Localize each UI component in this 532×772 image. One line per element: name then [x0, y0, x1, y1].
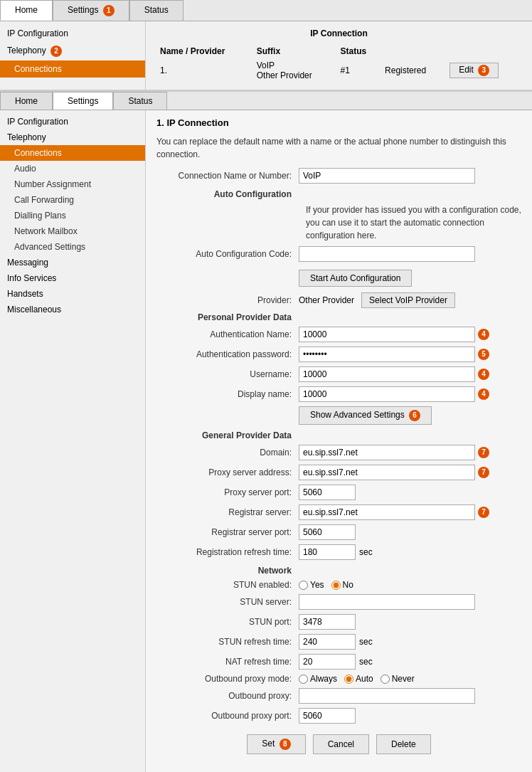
- stun-refresh-label: STUN refresh time:: [156, 637, 299, 647]
- outbound-auto-label[interactable]: Auto: [344, 674, 373, 684]
- tab-settings-top[interactable]: Settings 1: [53, 0, 129, 21]
- reg-refresh-input[interactable]: [299, 544, 356, 560]
- auth-password-label: Authentication password:: [156, 349, 299, 359]
- stun-yes-radio[interactable]: [299, 581, 308, 590]
- auth-name-input[interactable]: [299, 327, 475, 342]
- outbound-never-radio[interactable]: [381, 675, 390, 684]
- outbound-mode-radio-group: Always Auto Never: [299, 674, 415, 684]
- sidebar-item-advanced-settings[interactable]: Advanced Settings: [0, 239, 145, 255]
- auto-config-code-input[interactable]: [299, 246, 475, 262]
- auto-config-header: Auto Configuration: [156, 189, 299, 199]
- auth-password-input[interactable]: [299, 347, 475, 362]
- proxy-server-input[interactable]: [299, 465, 475, 480]
- domain-label: Domain:: [156, 448, 299, 458]
- registrar-label: Registrar server:: [156, 507, 299, 517]
- stun-port-input[interactable]: [299, 614, 356, 630]
- sidebar-handsets[interactable]: Handsets: [0, 286, 145, 302]
- outbound-port-input[interactable]: [299, 708, 356, 724]
- provider-label: Provider:: [156, 295, 299, 305]
- outbound-port-label: Outbound proxy port:: [156, 711, 299, 721]
- tab-home-top[interactable]: Home: [0, 0, 53, 21]
- sidebar-item-dialling-plans[interactable]: Dialling Plans: [0, 208, 145, 223]
- display-name-badge: 4: [478, 388, 489, 400]
- sidebar-item-number-assignment[interactable]: Number Assignment: [0, 176, 145, 192]
- display-name-label: Display name:: [156, 389, 299, 399]
- nat-refresh-unit: sec: [359, 657, 373, 667]
- select-provider-button[interactable]: Select VoIP Provider: [361, 292, 455, 308]
- provider-value: Other Provider: [299, 295, 354, 305]
- outbound-always-label[interactable]: Always: [299, 674, 337, 684]
- registrar-input[interactable]: [299, 504, 475, 520]
- telephony-badge-top: 2: [50, 46, 62, 57]
- domain-badge: 7: [478, 447, 489, 458]
- outbound-mode-label: Outbound proxy mode:: [156, 674, 299, 684]
- outbound-auto-radio[interactable]: [344, 675, 353, 684]
- outbound-proxy-label: Outbound proxy:: [156, 691, 299, 701]
- auto-config-code-label: Auto Configuration Code:: [156, 249, 299, 259]
- display-name-input[interactable]: [299, 386, 475, 402]
- sidebar-miscellaneous[interactable]: Miscellaneous: [0, 302, 145, 317]
- auth-name-badge: 4: [478, 329, 489, 340]
- tab-settings-second[interactable]: Settings: [53, 92, 113, 110]
- outbound-always-radio[interactable]: [299, 675, 308, 684]
- outbound-never-label[interactable]: Never: [381, 674, 415, 684]
- show-advanced-settings-button[interactable]: Show Advanced Settings 6: [299, 406, 432, 425]
- cancel-button[interactable]: Cancel: [313, 734, 369, 754]
- sidebar-item-network-mailbox[interactable]: Network Mailbox: [0, 223, 145, 239]
- tab-status-top[interactable]: Status: [129, 0, 183, 21]
- col-status: Status: [337, 44, 382, 58]
- stun-no-radio[interactable]: [331, 581, 341, 590]
- registrar-port-input[interactable]: [299, 524, 356, 540]
- proxy-port-label: Proxy server port:: [156, 487, 299, 497]
- stun-enabled-label: STUN enabled:: [156, 580, 299, 590]
- username-input[interactable]: [299, 366, 475, 382]
- stun-no-label[interactable]: No: [331, 580, 353, 590]
- connection-name-label: Connection Name or Number:: [156, 171, 299, 181]
- username-label: Username:: [156, 369, 299, 379]
- page-title: 1. IP Connection: [156, 117, 521, 128]
- connection-name-input[interactable]: [299, 168, 475, 184]
- reg-refresh-unit: sec: [359, 547, 373, 557]
- sidebar-item-audio[interactable]: Audio: [0, 161, 145, 176]
- username-badge: 4: [478, 369, 489, 380]
- network-header: Network: [156, 566, 299, 576]
- info-text: You can replace the default name with a …: [156, 135, 521, 161]
- proxy-port-input[interactable]: [299, 485, 356, 500]
- edit-badge: 3: [478, 65, 489, 76]
- reg-refresh-label: Registration refresh time:: [156, 547, 299, 557]
- domain-input[interactable]: [299, 445, 475, 460]
- proxy-server-label: Proxy server address:: [156, 467, 299, 477]
- stun-server-input[interactable]: [299, 594, 475, 610]
- registrar-port-label: Registrar server port:: [156, 527, 299, 537]
- stun-yes-label[interactable]: Yes: [299, 580, 324, 590]
- top-ip-connection-title: IP Connection: [156, 28, 521, 38]
- tab-home-second[interactable]: Home: [0, 92, 53, 110]
- sidebar-item-call-forwarding[interactable]: Call Forwarding: [0, 192, 145, 208]
- stun-refresh-input[interactable]: [299, 634, 356, 650]
- edit-button-top[interactable]: Edit 3: [449, 63, 499, 78]
- auto-config-info: If your provider has issued you with a c…: [306, 203, 521, 242]
- connection-row: 1. VoIP Other Provider #1 Registered Edi…: [156, 58, 521, 83]
- sidebar-messaging[interactable]: Messaging: [0, 255, 145, 270]
- top-telephony[interactable]: Telephony 2: [0, 42, 145, 60]
- tab-status-second[interactable]: Status: [113, 92, 167, 110]
- auth-password-badge: 5: [478, 349, 489, 360]
- top-ip-config[interactable]: IP Configuration: [0, 25, 145, 42]
- sidebar-info-services[interactable]: Info Services: [0, 270, 145, 286]
- sidebar-ip-config[interactable]: IP Configuration: [0, 114, 145, 129]
- sidebar-telephony[interactable]: Telephony: [0, 129, 145, 145]
- stun-refresh-unit: sec: [359, 637, 373, 647]
- nat-refresh-input[interactable]: [299, 654, 356, 670]
- personal-provider-header: Personal Provider Data: [156, 312, 299, 322]
- registrar-badge: 7: [478, 507, 489, 518]
- outbound-proxy-input[interactable]: [299, 688, 475, 704]
- start-auto-config-button[interactable]: Start Auto Configuration: [299, 270, 412, 287]
- set-button[interactable]: Set 8: [247, 734, 305, 754]
- top-connections[interactable]: Connections: [0, 60, 145, 78]
- delete-button[interactable]: Delete: [376, 734, 431, 754]
- sidebar-item-connections[interactable]: Connections: [0, 145, 145, 161]
- set-badge: 8: [280, 739, 291, 750]
- stun-port-label: STUN port:: [156, 617, 299, 627]
- stun-server-label: STUN server:: [156, 597, 299, 607]
- show-advanced-badge: 6: [409, 410, 420, 421]
